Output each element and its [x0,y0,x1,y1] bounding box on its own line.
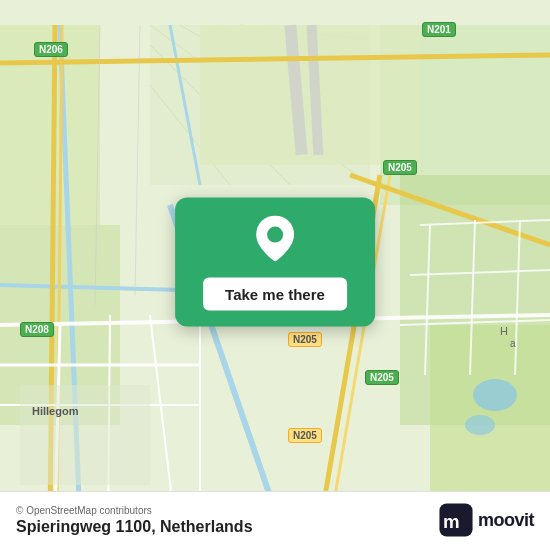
road-label-n206: N206 [34,42,68,57]
moovit-logo: m moovit [438,502,534,538]
svg-text:H: H [500,325,508,337]
svg-text:a: a [510,338,516,349]
road-label-n205-bot: N205 [288,428,322,443]
road-label-n201: N201 [422,22,456,37]
copyright-text: © OpenStreetMap contributors [16,505,253,516]
bottom-bar-left: © OpenStreetMap contributors Spieringweg… [16,505,253,536]
svg-point-30 [267,227,283,243]
svg-point-26 [465,415,495,435]
svg-text:m: m [443,511,460,532]
bottom-bar: © OpenStreetMap contributors Spieringweg… [0,491,550,550]
svg-rect-16 [20,385,150,485]
pin-icon [256,216,294,266]
road-label-n205-mid2: N205 [288,332,322,347]
svg-point-25 [473,379,517,411]
moovit-icon-svg: m [438,502,474,538]
moovit-text: moovit [478,510,534,531]
road-label-n205-right: N205 [365,370,399,385]
svg-text:Hillegom: Hillegom [32,405,79,417]
take-me-there-button[interactable]: Take me there [203,278,347,311]
map-container: H a Hillegom N206 N201 N205 N205 N205 N2… [0,0,550,550]
road-label-n205-top: N205 [383,160,417,175]
road-label-n208: N208 [20,322,54,337]
popup-card: Take me there [175,198,375,327]
address-text: Spieringweg 1100, Netherlands [16,518,253,536]
